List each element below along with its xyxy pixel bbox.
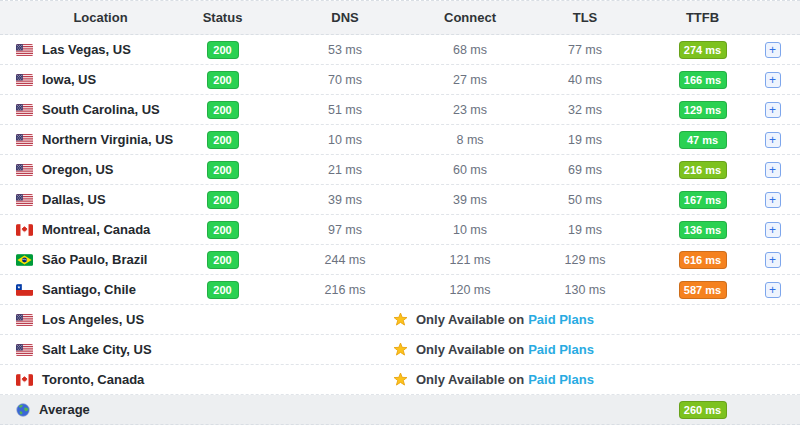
ttfb-badge: 166 ms <box>679 71 727 89</box>
ca-flag-icon <box>16 374 33 386</box>
result-row: Northern Virginia, US20010 ms8 ms19 ms47… <box>0 125 800 155</box>
us-flag-icon <box>16 104 33 116</box>
connect-value: 68 ms <box>430 43 510 57</box>
result-row: Iowa, US20070 ms27 ms40 ms166 ms+ <box>0 65 800 95</box>
result-row: São Paulo, Brazil200244 ms121 ms129 ms61… <box>0 245 800 275</box>
status-badge: 200 <box>207 251 239 269</box>
location-label: Montreal, Canada <box>42 222 150 237</box>
dns-value: 244 ms <box>260 253 430 267</box>
ca-flag-icon <box>16 224 33 236</box>
ttfb-badge: 216 ms <box>679 161 727 179</box>
result-row: Santiago, Chile200216 ms120 ms130 ms587 … <box>0 275 800 305</box>
expand-plus-icon[interactable]: + <box>765 102 781 118</box>
paid-note-cell: Only Available onPaid Plans <box>185 312 800 327</box>
average-row: Average 260 ms <box>0 395 800 425</box>
ttfb-badge: 274 ms <box>679 41 727 59</box>
expand-plus-icon[interactable]: + <box>765 282 781 298</box>
status-badge: 200 <box>207 221 239 239</box>
location-cell: Santiago, Chile <box>0 282 185 297</box>
location-cell: Salt Lake City, US <box>0 342 185 357</box>
expand-plus-icon[interactable]: + <box>765 192 781 208</box>
star-icon <box>393 342 408 357</box>
ttfb-results-table: Location Status DNS Connect TLS TTFB Las… <box>0 0 800 425</box>
average-location-cell: Average <box>0 402 185 417</box>
us-flag-icon <box>16 134 33 146</box>
location-cell: São Paulo, Brazil <box>0 252 185 267</box>
expand-plus-icon[interactable]: + <box>765 252 781 268</box>
globe-icon <box>16 403 30 417</box>
connect-value: 27 ms <box>430 73 510 87</box>
connect-value: 60 ms <box>430 163 510 177</box>
us-flag-icon <box>16 44 33 56</box>
location-cell: Dallas, US <box>0 192 185 207</box>
us-flag-icon <box>16 74 33 86</box>
tls-value: 50 ms <box>510 193 660 207</box>
dns-value: 21 ms <box>260 163 430 177</box>
expand-plus-icon[interactable]: + <box>765 132 781 148</box>
column-header-dns: DNS <box>260 10 430 25</box>
status-badge: 200 <box>207 161 239 179</box>
dns-value: 10 ms <box>260 133 430 147</box>
tls-value: 32 ms <box>510 103 660 117</box>
result-row: South Carolina, US20051 ms23 ms32 ms129 … <box>0 95 800 125</box>
average-label: Average <box>39 402 90 417</box>
location-label: Las Vegas, US <box>42 42 131 57</box>
ttfb-badge: 136 ms <box>679 221 727 239</box>
paid-note-text: Only Available on <box>416 342 524 357</box>
column-header-status: Status <box>185 10 260 25</box>
tls-value: 130 ms <box>510 283 660 297</box>
connect-value: 121 ms <box>430 253 510 267</box>
status-badge: 200 <box>207 131 239 149</box>
dns-value: 39 ms <box>260 193 430 207</box>
us-flag-icon <box>16 314 33 326</box>
result-row: Oregon, US20021 ms60 ms69 ms216 ms+ <box>0 155 800 185</box>
dns-value: 51 ms <box>260 103 430 117</box>
status-badge: 200 <box>207 71 239 89</box>
paid-location-row: Los Angeles, USOnly Available onPaid Pla… <box>0 305 800 335</box>
star-icon <box>393 312 408 327</box>
expand-plus-icon[interactable]: + <box>765 222 781 238</box>
paid-note-text: Only Available on <box>416 312 524 327</box>
column-header-ttfb: TTFB <box>660 10 745 25</box>
connect-value: 39 ms <box>430 193 510 207</box>
paid-location-row: Toronto, CanadaOnly Available onPaid Pla… <box>0 365 800 395</box>
connect-value: 23 ms <box>430 103 510 117</box>
location-label: Northern Virginia, US <box>42 132 173 147</box>
connect-value: 10 ms <box>430 223 510 237</box>
dns-value: 97 ms <box>260 223 430 237</box>
location-cell: Los Angeles, US <box>0 312 185 327</box>
result-row: Montreal, Canada20097 ms10 ms19 ms136 ms… <box>0 215 800 245</box>
column-header-connect: Connect <box>430 10 510 25</box>
connect-value: 8 ms <box>430 133 510 147</box>
paid-note-text: Only Available on <box>416 372 524 387</box>
star-icon <box>393 372 408 387</box>
br-flag-icon <box>16 254 33 266</box>
paid-plans-link[interactable]: Paid Plans <box>528 372 594 387</box>
tls-value: 40 ms <box>510 73 660 87</box>
location-label: Toronto, Canada <box>42 372 144 387</box>
expand-plus-icon[interactable]: + <box>765 162 781 178</box>
expand-plus-icon[interactable]: + <box>765 72 781 88</box>
ttfb-badge: 129 ms <box>679 101 727 119</box>
cl-flag-icon <box>16 284 33 296</box>
dns-value: 70 ms <box>260 73 430 87</box>
table-header-row: Location Status DNS Connect TLS TTFB <box>0 1 800 35</box>
location-label: Los Angeles, US <box>42 312 144 327</box>
paid-plans-link[interactable]: Paid Plans <box>528 342 594 357</box>
paid-plans-link[interactable]: Paid Plans <box>528 312 594 327</box>
expand-plus-icon[interactable]: + <box>765 42 781 58</box>
connect-value: 120 ms <box>430 283 510 297</box>
paid-note-cell: Only Available onPaid Plans <box>185 372 800 387</box>
location-cell: Iowa, US <box>0 72 185 87</box>
status-badge: 200 <box>207 191 239 209</box>
us-flag-icon <box>16 164 33 176</box>
location-label: Santiago, Chile <box>42 282 136 297</box>
average-ttfb-badge: 260 ms <box>679 401 727 419</box>
tls-value: 77 ms <box>510 43 660 57</box>
result-row: Las Vegas, US20053 ms68 ms77 ms274 ms+ <box>0 35 800 65</box>
location-label: São Paulo, Brazil <box>42 252 147 267</box>
status-badge: 200 <box>207 41 239 59</box>
status-badge: 200 <box>207 281 239 299</box>
location-cell: Montreal, Canada <box>0 222 185 237</box>
us-flag-icon <box>16 194 33 206</box>
